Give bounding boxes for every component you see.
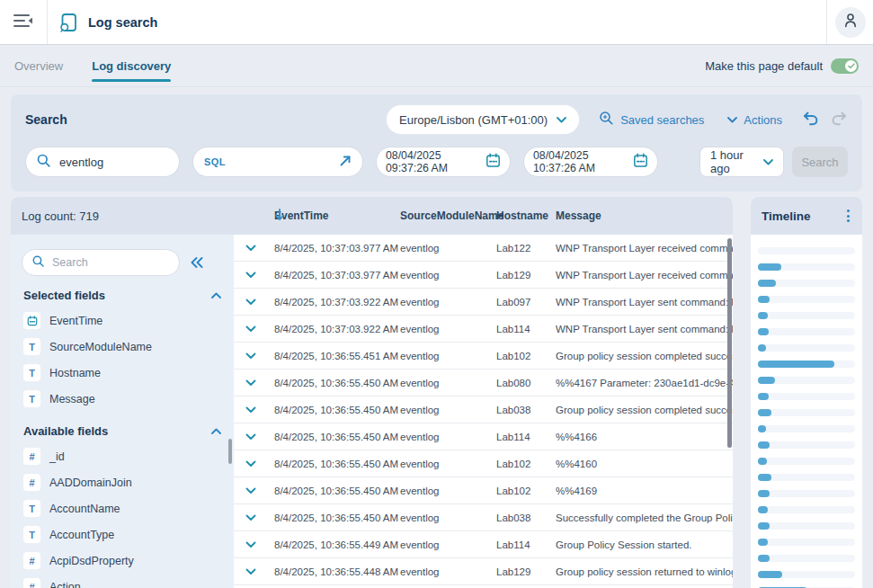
expand-row-icon[interactable] xyxy=(245,433,256,441)
column-header-message[interactable]: Message xyxy=(556,209,601,222)
selected-fields-header[interactable]: Selected fields xyxy=(23,289,221,302)
user-menu-area xyxy=(826,0,873,44)
cell-message: Group policy session completed successfu… xyxy=(556,351,733,361)
timeline-track xyxy=(758,296,855,303)
search-panel: Search Europe/Lisbon (GMT+01:00) Saved s… xyxy=(11,94,862,192)
cell-sourcemodulename: eventlog xyxy=(400,512,439,523)
undo-icon xyxy=(802,111,819,129)
cell-sourcemodulename: eventlog xyxy=(400,566,439,577)
log-row[interactable]: 8/4/2025, 10:36:55.448 AMeventlogLab129G… xyxy=(234,558,733,585)
cell-sourcemodulename: eventlog xyxy=(400,243,439,254)
field-item-Hostname[interactable]: THostname xyxy=(22,360,234,386)
actions-label: Actions xyxy=(744,113,782,127)
cell-eventtime: 8/4/2025, 10:36:55.450 AM xyxy=(274,512,398,523)
cell-eventtime: 8/4/2025, 10:37:03.977 AM xyxy=(274,243,398,254)
log-row[interactable]: 8/4/2025, 10:37:03.922 AMeventlogLab114W… xyxy=(234,316,733,343)
relative-range-value: 1 hour ago xyxy=(710,148,763,175)
cell-message: Group Policy Session started. xyxy=(556,539,692,550)
timeline-track xyxy=(758,555,855,562)
timeline-track xyxy=(758,247,855,254)
chevron-up-icon[interactable] xyxy=(211,292,221,298)
field-item-AccountType[interactable]: TAccountType xyxy=(22,521,234,548)
search-icon xyxy=(37,154,50,170)
log-row[interactable]: 8/4/2025, 10:37:03.977 AMeventlogLab122W… xyxy=(234,235,733,262)
column-header-hostname[interactable]: Hostname xyxy=(496,209,548,222)
field-item-AccountName[interactable]: TAccountName xyxy=(22,495,234,521)
timeline-bar xyxy=(758,377,775,384)
to-datetime-field[interactable]: 08/04/2025 10:37:26 AM xyxy=(523,147,658,177)
query-input[interactable] xyxy=(58,155,168,170)
tab-log-discovery[interactable]: Log discovery xyxy=(92,45,171,86)
collapse-menu-button[interactable] xyxy=(0,0,48,44)
expand-row-icon[interactable] xyxy=(245,325,256,333)
log-row[interactable]: 8/4/2025, 10:37:03.922 AMeventlogLab097W… xyxy=(234,289,733,316)
cell-eventtime: 8/4/2025, 10:36:55.450 AM xyxy=(274,459,398,469)
relative-range-select[interactable]: 1 hour ago xyxy=(699,147,784,177)
available-fields-header[interactable]: Available fields xyxy=(23,424,221,438)
expand-row-icon[interactable] xyxy=(245,568,256,575)
field-item-AcpiDsdProperty[interactable]: #AcpiDsdProperty xyxy=(22,548,234,574)
collapse-panel-icon[interactable] xyxy=(191,257,203,268)
log-row[interactable]: 8/4/2025, 10:36:55.449 AMeventlogLab114G… xyxy=(234,531,733,558)
expand-row-icon[interactable] xyxy=(245,272,256,279)
chevron-up-icon[interactable] xyxy=(211,428,221,434)
log-row[interactable]: 8/4/2025, 10:36:55.450 AMeventlogLab102%… xyxy=(234,450,733,477)
user-avatar[interactable] xyxy=(835,7,866,38)
log-row[interactable]: 8/4/2025, 10:36:55.450 AMeventlogLab114%… xyxy=(234,423,733,450)
calendar-icon[interactable] xyxy=(485,153,501,171)
field-item-SourceModuleName[interactable]: TSourceModuleName xyxy=(22,334,234,360)
field-item-Action[interactable]: #Action xyxy=(22,574,234,588)
timeline-track xyxy=(758,280,855,287)
expand-row-icon[interactable] xyxy=(245,460,256,468)
cell-eventtime: 8/4/2025, 10:36:55.450 AM xyxy=(274,432,398,442)
kebab-menu-icon[interactable] xyxy=(845,208,851,224)
field-item-EventTime[interactable]: EventTime xyxy=(22,307,234,334)
sql-editor-field[interactable]: SQL xyxy=(192,147,363,177)
log-row[interactable]: 8/4/2025, 10:36:55.450 AMeventlogLab038G… xyxy=(234,396,733,423)
expand-row-icon[interactable] xyxy=(245,514,256,521)
expand-row-icon[interactable] xyxy=(245,245,256,252)
log-row[interactable]: 8/4/2025, 10:37:03.977 AMeventlogLab129W… xyxy=(234,262,733,289)
saved-searches-button[interactable]: Saved searches xyxy=(599,111,704,129)
make-page-default-toggle[interactable] xyxy=(831,58,859,74)
log-row[interactable]: 8/4/2025, 10:36:55.451 AMeventlogLab102G… xyxy=(234,343,733,370)
expand-row-icon[interactable] xyxy=(245,406,256,414)
expand-row-icon[interactable] xyxy=(245,379,256,387)
timeline-track xyxy=(758,571,855,578)
field-label: Hostname xyxy=(49,367,101,379)
redo-button[interactable] xyxy=(831,111,848,129)
timezone-select[interactable]: Europe/Lisbon (GMT+01:00) xyxy=(387,105,579,134)
expand-row-icon[interactable] xyxy=(245,298,256,306)
timezone-value: Europe/Lisbon (GMT+01:00) xyxy=(399,113,548,127)
actions-button[interactable]: Actions xyxy=(727,113,782,127)
redo-icon xyxy=(831,111,848,129)
cell-hostname: Lab114 xyxy=(496,539,530,550)
expand-row-icon[interactable] xyxy=(245,487,256,494)
toggle-knob xyxy=(845,60,857,72)
sort-desc-icon[interactable] xyxy=(274,209,285,224)
expand-row-icon[interactable] xyxy=(245,541,256,548)
topbar: Log search xyxy=(0,0,873,45)
field-item-Message[interactable]: TMessage xyxy=(22,386,234,412)
log-row[interactable]: 8/4/2025, 10:36:55.450 AMeventlogLab038S… xyxy=(234,504,733,531)
field-item-AADDomainJoin[interactable]: #AADDomainJoin xyxy=(22,469,234,495)
sidebar-scrollbar[interactable] xyxy=(228,439,232,464)
log-row[interactable]: 8/4/2025, 10:36:55.450 AMeventlogLab080%… xyxy=(234,370,733,396)
fields-search-input[interactable] xyxy=(50,255,169,270)
search-button[interactable]: Search xyxy=(792,147,848,177)
column-header-sourcemodulename[interactable]: SourceModuleName xyxy=(400,209,503,222)
undo-button[interactable] xyxy=(802,111,819,129)
chevron-down-icon xyxy=(557,117,566,123)
field-item-_id[interactable]: #_id xyxy=(22,443,234,469)
calendar-icon[interactable] xyxy=(633,153,648,171)
log-row[interactable]: 8/4/2025, 10:36:55.450 AMeventlogLab102%… xyxy=(234,477,733,504)
tab-overview[interactable]: Overview xyxy=(14,45,63,86)
cell-sourcemodulename: eventlog xyxy=(400,378,439,388)
expand-arrow-icon[interactable] xyxy=(339,155,352,170)
table-scrollbar[interactable] xyxy=(727,238,732,448)
log-count: Log count: 719 xyxy=(11,209,234,223)
search-icon xyxy=(32,254,44,271)
from-datetime-field[interactable]: 08/04/2025 09:37:26 AM xyxy=(376,147,511,177)
expand-row-icon[interactable] xyxy=(245,352,256,360)
field-label: EventTime xyxy=(49,315,102,327)
